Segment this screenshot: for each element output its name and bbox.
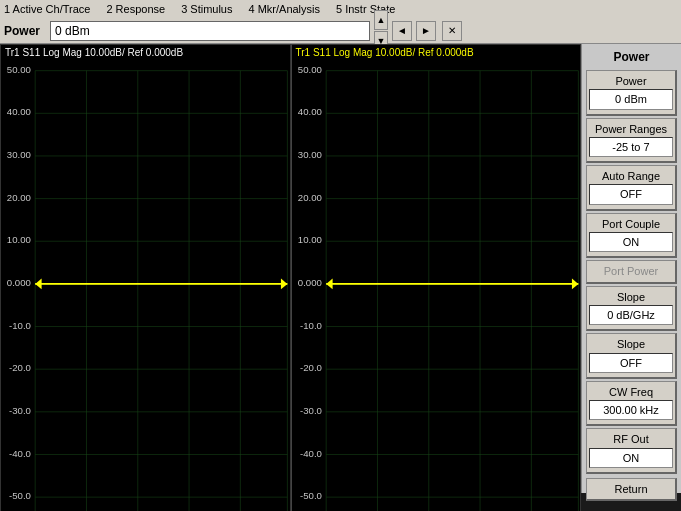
slope-label: Slope [589,290,673,304]
svg-rect-0 [1,60,290,511]
svg-text:-40.0: -40.0 [299,448,321,459]
return-label: Return [589,482,673,496]
cw-freq-value: 300.00 kHz [589,400,673,420]
rf-out-value: ON [589,448,673,468]
slope-value: 0 dB/GHz [589,305,673,325]
power-btn-label: Power [589,74,673,88]
svg-text:20.00: 20.00 [297,192,321,203]
left-arrow-button[interactable]: ◄ [392,21,412,41]
menu-response[interactable]: 2 Response [106,3,165,15]
svg-text:-10.0: -10.0 [299,320,321,331]
right-panel: Power Power 0 dBm Power Ranges -25 to 7 … [581,44,681,493]
cw-freq-button[interactable]: CW Freq 300.00 kHz [586,381,677,427]
svg-text:50.00: 50.00 [297,64,321,75]
rf-out-button[interactable]: RF Out ON [586,428,677,474]
return-button[interactable]: Return [586,478,677,501]
menu-stimulus[interactable]: 3 Stimulus [181,3,232,15]
main-area: Tr1 S11 Log Mag 10.00dB/ Ref 0.000dB 50.… [0,44,681,493]
cw-freq-label: CW Freq [589,385,673,399]
menu-active-ch[interactable]: 1 Active Ch/Trace [4,3,90,15]
svg-text:10.00: 10.00 [7,234,31,245]
chart-1-title: Tr1 S11 Log Mag 10.00dB/ Ref 0.000dB [1,45,290,60]
chart-2-canvas: 50.00 40.00 30.00 20.00 10.00 0.000 -10.… [292,60,581,511]
svg-text:40.00: 40.00 [7,106,31,117]
rf-out-label: RF Out [589,432,673,446]
port-power-button[interactable]: Port Power [586,260,677,283]
chart-2-title: Tr1 S11 Log Mag 10.00dB/ Ref 0.000dB [292,45,581,60]
power-bar: Power 0 dBm ▲ ▼ ◄ ► ✕ [0,18,681,44]
spin-up-button[interactable]: ▲ [374,10,388,30]
svg-text:-50.0: -50.0 [299,490,321,501]
chart-1[interactable]: Tr1 S11 Log Mag 10.00dB/ Ref 0.000dB 50.… [0,44,291,511]
svg-text:0.000: 0.000 [297,277,321,288]
svg-text:-40.0: -40.0 [9,448,31,459]
power-button[interactable]: Power 0 dBm [586,70,677,116]
svg-rect-31 [292,60,581,511]
power-bar-label: Power [4,24,46,38]
svg-text:-50.0: -50.0 [9,490,31,501]
right-arrow-button[interactable]: ► [416,21,436,41]
svg-text:20.00: 20.00 [7,192,31,203]
slope-off-label: Slope [589,337,673,351]
power-btn-value: 0 dBm [589,89,673,109]
auto-range-button[interactable]: Auto Range OFF [586,165,677,211]
chart-2-svg: 50.00 40.00 30.00 20.00 10.00 0.000 -10.… [292,60,581,511]
port-power-label: Port Power [589,264,673,278]
auto-range-value: OFF [589,184,673,204]
svg-text:40.00: 40.00 [297,106,321,117]
svg-text:-30.0: -30.0 [9,405,31,416]
svg-text:-20.0: -20.0 [9,362,31,373]
menu-bar: 1 Active Ch/Trace 2 Response 3 Stimulus … [0,0,681,18]
panel-title: Power [586,48,677,66]
chart-1-svg: 50.00 40.00 30.00 20.00 10.00 0.000 -10.… [1,60,290,511]
svg-text:0.000: 0.000 [7,277,31,288]
power-ranges-value: -25 to 7 [589,137,673,157]
port-couple-label: Port Couple [589,217,673,231]
power-input[interactable]: 0 dBm [50,21,370,41]
port-couple-value: ON [589,232,673,252]
power-ranges-label: Power Ranges [589,122,673,136]
slope-button[interactable]: Slope 0 dB/GHz [586,286,677,332]
svg-text:-30.0: -30.0 [299,405,321,416]
chart-1-canvas: 50.00 40.00 30.00 20.00 10.00 0.000 -10.… [1,60,290,511]
charts-row: Tr1 S11 Log Mag 10.00dB/ Ref 0.000dB 50.… [0,44,581,511]
port-couple-button[interactable]: Port Couple ON [586,213,677,259]
svg-text:50.00: 50.00 [7,64,31,75]
svg-text:30.00: 30.00 [7,149,31,160]
svg-text:30.00: 30.00 [297,149,321,160]
svg-text:-20.0: -20.0 [299,362,321,373]
svg-text:10.00: 10.00 [297,234,321,245]
power-ranges-button[interactable]: Power Ranges -25 to 7 [586,118,677,164]
slope-off-button[interactable]: Slope OFF [586,333,677,379]
menu-mkr-analysis[interactable]: 4 Mkr/Analysis [248,3,320,15]
charts-area: Tr1 S11 Log Mag 10.00dB/ Ref 0.000dB 50.… [0,44,581,493]
slope-off-value: OFF [589,353,673,373]
chart-2[interactable]: Tr1 S11 Log Mag 10.00dB/ Ref 0.000dB 50.… [291,44,582,511]
close-button[interactable]: ✕ [442,21,462,41]
svg-text:-10.0: -10.0 [9,320,31,331]
auto-range-label: Auto Range [589,169,673,183]
